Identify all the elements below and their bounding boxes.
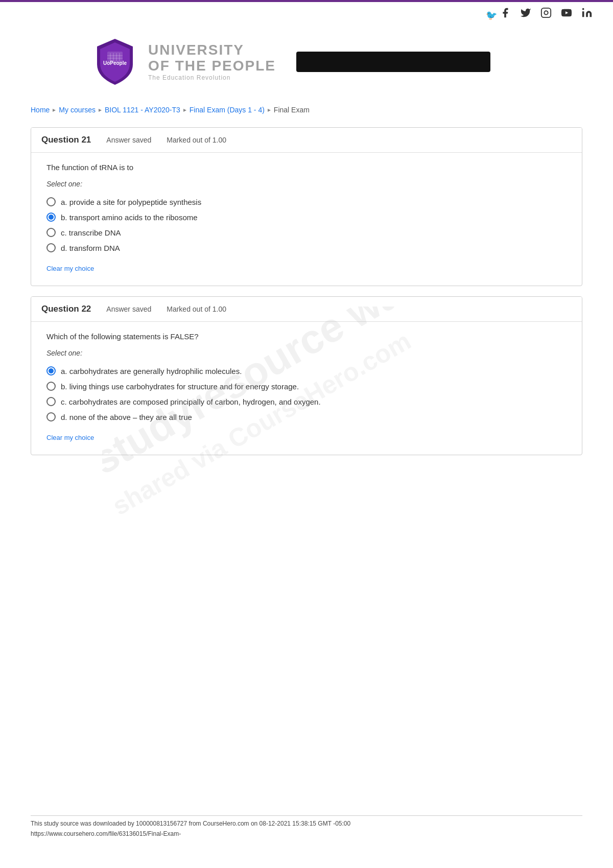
question-22-answer-saved: Answer saved [106, 305, 151, 313]
redacted-name-bar [296, 52, 490, 72]
linkedin-icon[interactable] [581, 7, 593, 21]
question-21-text: The function of tRNA is to [46, 163, 567, 172]
facebook-icon[interactable]: 🐦 [486, 7, 511, 21]
question-21-header: Question 21 Answer saved Marked out of 1… [31, 128, 582, 153]
breadcrumb-sep4: ▸ [268, 106, 271, 113]
youtube-icon[interactable] [561, 7, 572, 21]
question-22-text: Which of the following statements is FAL… [46, 332, 567, 341]
question-21-number: Question 21 [41, 135, 91, 145]
breadcrumb-current: Final Exam [274, 106, 310, 114]
breadcrumb-sep3: ▸ [183, 106, 186, 113]
question-22-body: Which of the following statements is FAL… [31, 322, 582, 455]
radio-22-d[interactable] [46, 412, 56, 421]
breadcrumb-sep2: ▸ [99, 106, 102, 113]
breadcrumb-course[interactable]: BIOL 1121 - AY2020-T3 [105, 106, 180, 114]
university-title-line1: UNIVERSITY [148, 42, 276, 58]
uopeople-logo: UoPeople [92, 36, 138, 87]
footer-divider [31, 815, 582, 816]
question-21-options: a. provide a site for polypeptide synthe… [46, 194, 567, 255]
university-title-line2: OF THE PEOPLE [148, 58, 276, 74]
question-22-card: Question 22 Answer saved Marked out of 1… [31, 296, 582, 455]
svg-rect-3 [582, 11, 584, 17]
question-22-option-c[interactable]: c. carbohydrates are composed principall… [46, 394, 567, 409]
svg-text:UoPeople: UoPeople [103, 60, 127, 66]
option-21-d-text: d. transform DNA [61, 244, 120, 252]
breadcrumb-exam[interactable]: Final Exam (Days 1 - 4) [190, 106, 265, 114]
option-21-c-text: c. transcribe DNA [61, 228, 121, 237]
question-22-marked-out: Marked out of 1.00 [167, 305, 226, 313]
question-21-option-c[interactable]: c. transcribe DNA [46, 225, 567, 240]
radio-22-b[interactable] [46, 382, 56, 391]
question-22-option-d[interactable]: d. none of the above – they are all true [46, 409, 567, 425]
question-21-body: The function of tRNA is to Select one: a… [31, 153, 582, 286]
radio-21-c[interactable] [46, 228, 56, 237]
radio-21-a[interactable] [46, 197, 56, 206]
twitter-icon[interactable] [520, 7, 531, 21]
question-21-option-b[interactable]: b. transport amino acids to the ribosome [46, 209, 567, 225]
question-22-select-label: Select one: [46, 349, 567, 357]
option-21-b-text: b. transport amino acids to the ribosome [61, 213, 198, 222]
question-22-number: Question 22 [41, 304, 91, 314]
footer: This study source was downloaded by 1000… [31, 815, 582, 837]
header: UoPeople UNIVERSITY OF THE PEOPLE The Ed… [0, 26, 613, 98]
svg-point-4 [582, 8, 584, 10]
footer-url: https://www.coursehero.com/file/63136015… [31, 830, 582, 837]
option-22-a-text: a. carbohydrates are generally hydrophil… [61, 367, 242, 376]
university-tagline: The Education Revolution [148, 74, 276, 81]
question-22-clear[interactable]: Clear my choice [46, 434, 94, 441]
breadcrumb-mycourses[interactable]: My courses [59, 106, 96, 114]
radio-22-a[interactable] [46, 366, 56, 376]
breadcrumb-home[interactable]: Home [31, 106, 50, 114]
top-bar: 🐦 [0, 0, 613, 26]
breadcrumb: Home ▸ My courses ▸ BIOL 1121 - AY2020-T… [0, 98, 613, 122]
question-22-option-a[interactable]: a. carbohydrates are generally hydrophil… [46, 363, 567, 379]
question-21-select-label: Select one: [46, 180, 567, 188]
footer-text: This study source was downloaded by 1000… [31, 820, 582, 827]
option-22-d-text: d. none of the above – they are all true [61, 413, 192, 421]
question-21-answer-saved: Answer saved [106, 136, 151, 144]
radio-21-b[interactable] [46, 213, 56, 222]
question-22-header: Question 22 Answer saved Marked out of 1… [31, 297, 582, 322]
option-21-a-text: a. provide a site for polypeptide synthe… [61, 198, 201, 206]
instagram-icon[interactable] [540, 7, 552, 21]
question-21-marked-out: Marked out of 1.00 [167, 136, 226, 144]
question-21-option-a[interactable]: a. provide a site for polypeptide synthe… [46, 194, 567, 209]
radio-21-d[interactable] [46, 243, 56, 252]
question-21-option-d[interactable]: d. transform DNA [46, 240, 567, 255]
breadcrumb-sep1: ▸ [53, 106, 56, 113]
svg-rect-0 [541, 8, 551, 17]
radio-22-c[interactable] [46, 397, 56, 406]
option-22-b-text: b. living things use carbohydrates for s… [61, 382, 299, 391]
question-21-clear[interactable]: Clear my choice [46, 265, 94, 272]
option-22-c-text: c. carbohydrates are composed principall… [61, 397, 321, 406]
question-21-card: Question 21 Answer saved Marked out of 1… [31, 127, 582, 286]
university-name: UNIVERSITY OF THE PEOPLE The Education R… [148, 42, 276, 81]
question-22-options: a. carbohydrates are generally hydrophil… [46, 363, 567, 425]
question-22-option-b[interactable]: b. living things use carbohydrates for s… [46, 379, 567, 394]
